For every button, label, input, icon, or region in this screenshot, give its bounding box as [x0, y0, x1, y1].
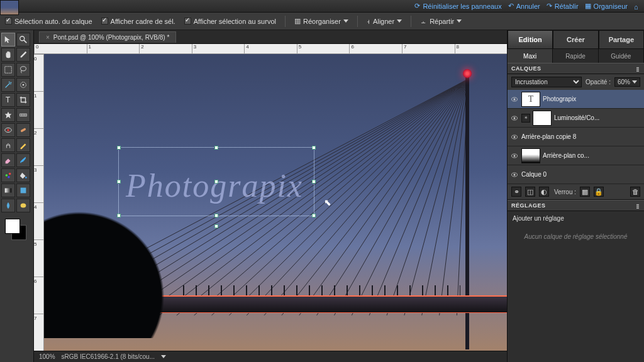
tab-share[interactable]: Partage: [599, 30, 644, 49]
reorganize-dropdown[interactable]: ▥Réorganiser: [294, 17, 348, 25]
visibility-toggle-icon[interactable]: [510, 151, 519, 160]
status-bar: 100% sRGB IEC61966-2.1 (8 bits/cou...: [34, 351, 507, 362]
visibility-toggle-icon[interactable]: [510, 170, 519, 179]
home-icon[interactable]: ⌂: [634, 3, 640, 9]
redo-link[interactable]: ↷Rétablir: [547, 2, 579, 10]
layers-footer: ⚭ ◫ ◐ Verrou : ▩ 🔒 🗑: [508, 184, 644, 200]
lock-all-icon[interactable]: 🔒: [594, 187, 604, 197]
move-tool[interactable]: [1, 33, 15, 47]
align-dropdown[interactable]: ⫞Aligner: [367, 18, 402, 25]
blur-tool[interactable]: [1, 199, 15, 212]
straighten-tool[interactable]: [16, 108, 30, 122]
layer-name: Photograpix: [543, 96, 576, 102]
document-area: × Pont.psd @ 100% (Photograpix, RVB/8) *…: [34, 30, 507, 362]
app-top-bar: ▤ ⟳Réinitialiser les panneaux ↶Annuler ↷…: [0, 0, 644, 13]
tab-edition[interactable]: Edition: [508, 30, 553, 49]
smart-brush-tool[interactable]: [1, 168, 15, 182]
crop-tool[interactable]: [16, 93, 30, 107]
svg-point-20: [21, 204, 26, 208]
pencil-tool[interactable]: [16, 138, 30, 152]
visibility-toggle-icon[interactable]: [510, 114, 519, 123]
visibility-toggle-icon[interactable]: [510, 133, 519, 141]
svg-rect-19: [21, 188, 26, 194]
zoom-level[interactable]: 100%: [39, 353, 55, 360]
transform-selection-box[interactable]: [118, 147, 314, 216]
undo-link[interactable]: ↶Annuler: [508, 2, 540, 10]
hand-tool[interactable]: [1, 48, 15, 62]
zoom-tool[interactable]: [16, 33, 30, 47]
delete-layer-icon[interactable]: 🗑: [630, 187, 640, 197]
clone-tool[interactable]: [1, 138, 15, 152]
magic-wand-tool[interactable]: [1, 78, 15, 92]
layers-panel-header[interactable]: CALQUES: [508, 63, 644, 74]
type-tool[interactable]: T: [1, 93, 15, 107]
document-tabs: × Pont.psd @ 100% (Photograpix, RVB/8) *: [34, 30, 507, 44]
show-hover-checkbox[interactable]: Afficher sélection au survol: [184, 18, 276, 25]
shape-tool[interactable]: [16, 184, 30, 197]
subtab-maxi[interactable]: Maxi: [508, 49, 553, 63]
foreground-color-swatch[interactable]: [5, 219, 20, 234]
svg-line-45: [440, 79, 469, 315]
svg-point-3: [21, 67, 26, 71]
lasso-tool[interactable]: [16, 63, 30, 77]
svg-point-50: [514, 117, 516, 119]
svg-text:T: T: [6, 96, 11, 104]
document-tab[interactable]: × Pont.psd @ 100% (Photograpix, RVB/8) *: [39, 31, 176, 43]
canvas[interactable]: Photograpix ⬉: [44, 54, 507, 351]
blend-mode-select[interactable]: Incrustation: [511, 77, 582, 87]
color-profile: sRGB IEC61966-2.1 (8 bits/cou...: [62, 353, 155, 360]
layer-row[interactable]: Calque 0: [508, 165, 644, 184]
layer-row[interactable]: Arrière-plan co...: [508, 146, 644, 165]
sponge-tool[interactable]: [16, 199, 30, 212]
adjustments-panel-header[interactable]: RÉGLAGES: [508, 200, 644, 211]
svg-line-37: [299, 79, 469, 315]
svg-point-48: [514, 98, 516, 100]
adjustment-layer-icon[interactable]: ◐: [539, 187, 549, 197]
svg-point-5: [23, 84, 25, 86]
distribute-dropdown[interactable]: ⫠Répartir: [420, 18, 462, 25]
cookie-cutter-tool[interactable]: [1, 108, 15, 122]
layer-name: Calque 0: [521, 171, 547, 178]
svg-line-40: [352, 79, 468, 315]
layer-row[interactable]: Arrière-plan copie 8: [508, 128, 644, 146]
subtab-rapid[interactable]: Rapide: [553, 49, 598, 63]
layer-row[interactable]: TPhotograpix: [508, 90, 644, 109]
eraser-tool[interactable]: [1, 153, 15, 167]
reset-panels-link[interactable]: ⟳Réinitialiser les panneaux: [414, 2, 501, 10]
healing-tool[interactable]: [16, 123, 30, 137]
show-frame-checkbox[interactable]: Afficher cadre de sél.: [101, 18, 175, 25]
tab-create[interactable]: Créer: [553, 30, 598, 49]
svg-point-16: [8, 176, 10, 178]
quick-select-tool[interactable]: [16, 78, 30, 92]
marquee-tool[interactable]: [1, 63, 15, 77]
auto-select-checkbox[interactable]: Sélection auto. du calque: [5, 18, 92, 25]
opacity-value[interactable]: 60%: [614, 77, 640, 87]
link-layers-icon[interactable]: ⚭: [511, 187, 521, 197]
eyedropper-tool[interactable]: [16, 48, 30, 62]
svg-point-14: [9, 173, 11, 175]
redeye-tool[interactable]: [1, 123, 15, 137]
right-panel: Edition Créer Partage Maxi Rapide Guidée…: [507, 30, 644, 362]
visibility-toggle-icon[interactable]: [510, 95, 519, 104]
paint-bucket-tool[interactable]: [16, 168, 30, 182]
subtab-guided[interactable]: Guidée: [599, 49, 644, 63]
color-swatches[interactable]: [1, 219, 30, 244]
svg-rect-2: [5, 67, 12, 74]
svg-rect-18: [5, 189, 12, 193]
toolbox: T: [0, 30, 34, 362]
new-layer-icon[interactable]: ◫: [525, 187, 535, 197]
svg-point-54: [514, 155, 516, 156]
svg-rect-13: [20, 128, 26, 132]
layer-name: Arrière-plan co...: [543, 152, 589, 159]
organizer-link[interactable]: ▦Organiseur: [585, 2, 628, 10]
lock-pixels-icon[interactable]: ▩: [580, 187, 590, 197]
svg-point-12: [7, 129, 9, 131]
svg-point-56: [514, 173, 516, 175]
vertical-ruler: 01234567: [34, 54, 44, 351]
horizontal-ruler: 012345678: [34, 44, 507, 54]
gradient-tool[interactable]: [1, 184, 15, 197]
layer-row[interactable]: ✴Luminosité/Co...: [508, 109, 644, 128]
svg-point-15: [6, 174, 8, 177]
add-adjustment-label[interactable]: Ajouter un réglage: [508, 211, 644, 226]
brush-tool[interactable]: [16, 153, 30, 167]
